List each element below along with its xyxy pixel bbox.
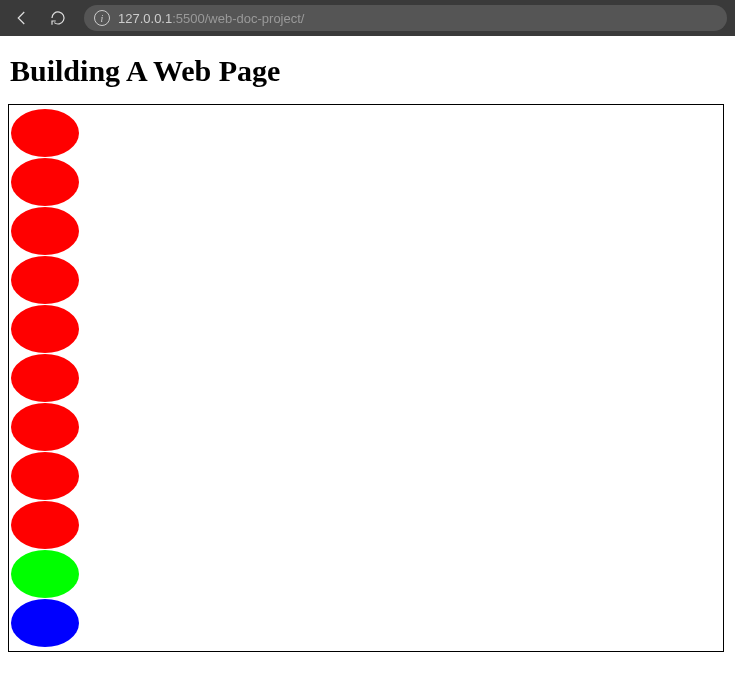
- page-title: Building A Web Page: [10, 54, 727, 88]
- address-bar[interactable]: i 127.0.0.1:5500/web-doc-project/: [84, 5, 727, 31]
- content-box: [8, 104, 724, 652]
- ellipse-10: [11, 599, 79, 647]
- ellipse-4: [11, 305, 79, 353]
- ellipse-6: [11, 403, 79, 451]
- back-button[interactable]: [8, 4, 36, 32]
- page-content: Building A Web Page: [0, 36, 735, 660]
- page-viewport: Building A Web Page: [0, 36, 735, 686]
- ellipse-3: [11, 256, 79, 304]
- arrow-left-icon: [13, 9, 31, 27]
- ellipse-5: [11, 354, 79, 402]
- ellipse-2: [11, 207, 79, 255]
- url-text: 127.0.0.1:5500/web-doc-project/: [118, 11, 304, 26]
- ellipse-0: [11, 109, 79, 157]
- ellipse-7: [11, 452, 79, 500]
- browser-toolbar: i 127.0.0.1:5500/web-doc-project/: [0, 0, 735, 36]
- reload-button[interactable]: [44, 4, 72, 32]
- url-host: 127.0.0.1: [118, 11, 172, 26]
- reload-icon: [49, 9, 67, 27]
- ellipse-9: [11, 550, 79, 598]
- ellipse-8: [11, 501, 79, 549]
- info-icon: i: [94, 10, 110, 26]
- url-path: :5500/web-doc-project/: [172, 11, 304, 26]
- ellipse-1: [11, 158, 79, 206]
